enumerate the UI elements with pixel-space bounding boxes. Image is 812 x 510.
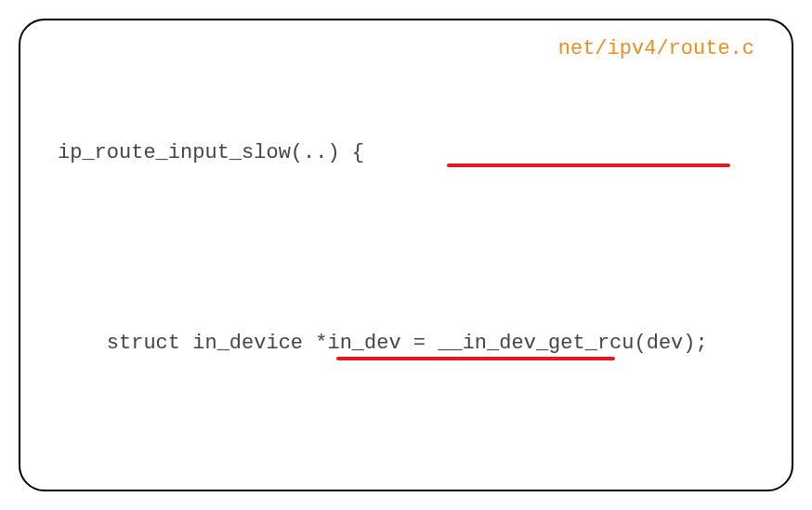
code-line-3: struct in_device *in_dev = __in_dev_get_…	[58, 328, 764, 360]
code-line-4	[58, 423, 764, 454]
code-box: net/ipv4/route.c ip_route_input_slow(..)…	[19, 19, 793, 491]
highlight-underline-1	[447, 163, 730, 167]
code-content: ip_route_input_slow(..) { struct in_devi…	[58, 74, 764, 510]
source-filename: net/ipv4/route.c	[558, 37, 754, 60]
code-line-2	[58, 232, 764, 264]
highlight-underline-2	[336, 357, 615, 360]
